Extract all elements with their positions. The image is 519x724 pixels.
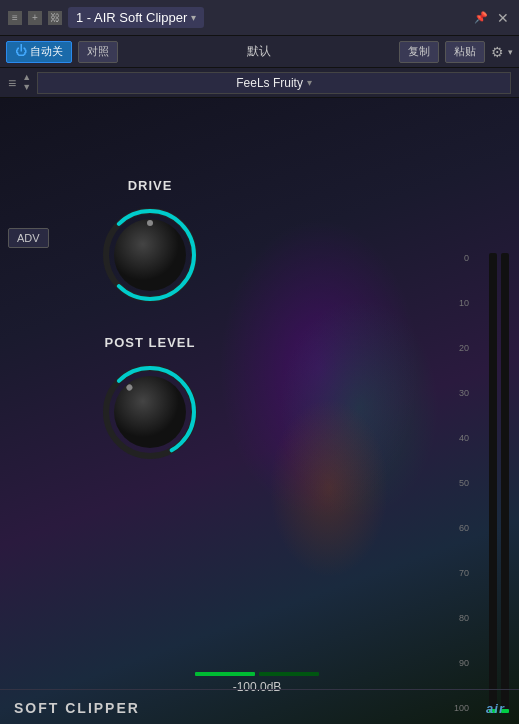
vu-tick-80: 80 [449, 613, 469, 623]
svg-point-2 [114, 219, 186, 291]
gear-arrow-icon: ▾ [508, 47, 513, 57]
post-level-knob-svg [100, 362, 200, 462]
vu-scale: 0 10 20 30 40 50 60 70 80 90 100 [449, 253, 469, 713]
vu-tick-40: 40 [449, 433, 469, 443]
level-bar-left [195, 672, 255, 676]
hamburger-icon[interactable]: ≡ [8, 75, 16, 91]
bg-blob-orange [269, 398, 389, 578]
controls-area: DRIVE [40, 128, 260, 492]
main-content: ADV DRIVE [0, 98, 519, 724]
vu-tick-0: 0 [449, 253, 469, 263]
link-button[interactable]: ⛓ [48, 11, 62, 25]
plugin-name: SOFT CLIPPER [14, 700, 140, 716]
drive-knob-svg [100, 205, 200, 305]
paste-label: 粘贴 [454, 45, 476, 57]
preset-dropdown[interactable]: FeeLs Fruity ▾ [37, 72, 511, 94]
title-bar-right: 📌 ✕ [473, 10, 511, 26]
title-bar-left: ≡ + ⛓ 1 - AIR Soft Clipper ▾ [8, 7, 204, 28]
pin-button[interactable]: 📌 [473, 10, 489, 26]
drive-knob[interactable] [100, 205, 200, 305]
svg-point-6 [114, 376, 186, 448]
post-level-section: POST LEVEL [40, 335, 260, 462]
title-text: 1 - AIR Soft Clipper [76, 10, 187, 25]
vu-tick-10: 10 [449, 298, 469, 308]
vu-tick-90: 90 [449, 658, 469, 668]
vu-tick-20: 20 [449, 343, 469, 353]
add-button[interactable]: + [28, 11, 42, 25]
close-button[interactable]: ✕ [495, 10, 511, 26]
dropdown-arrow-icon: ▾ [307, 77, 312, 88]
power-icon: ⏻ [15, 44, 27, 58]
gear-button[interactable]: ⚙ ▾ [491, 44, 513, 60]
post-level-knob[interactable] [100, 362, 200, 462]
compare-button[interactable]: 对照 [78, 41, 118, 63]
plugin-title[interactable]: 1 - AIR Soft Clipper ▾ [68, 7, 204, 28]
level-bars-row [195, 672, 319, 676]
title-chevron: ▾ [191, 12, 196, 23]
title-bar: ≡ + ⛓ 1 - AIR Soft Clipper ▾ 📌 ✕ [0, 0, 519, 36]
power-button[interactable]: ⏻ 自动关 [6, 41, 72, 63]
drive-label: DRIVE [40, 178, 260, 193]
bottom-separator [0, 689, 519, 690]
arrow-up-icon[interactable]: ▲ [22, 73, 31, 82]
post-level-knob-wrapper [40, 362, 260, 462]
toolbar1: ⏻ 自动关 对照 默认 复制 粘贴 ⚙ ▾ [0, 36, 519, 68]
preset-name: FeeLs Fruity [236, 76, 303, 90]
default-label: 默认 [124, 43, 393, 60]
adv-label: ADV [17, 232, 40, 244]
bg-blob-green [279, 298, 439, 518]
level-section: -100.0dB [50, 672, 464, 694]
arrow-down-icon[interactable]: ▼ [22, 83, 31, 92]
vu-meter-track [501, 253, 509, 713]
vu-tick-70: 70 [449, 568, 469, 578]
vu-meter-track2 [489, 253, 497, 713]
copy-label: 复制 [408, 45, 430, 57]
adv-button[interactable]: ADV [8, 228, 49, 248]
level-value: -100.0dB [233, 680, 282, 694]
gear-icon: ⚙ [491, 44, 504, 60]
power-label: 自动关 [30, 45, 63, 57]
copy-button[interactable]: 复制 [399, 41, 439, 63]
paste-button[interactable]: 粘贴 [445, 41, 485, 63]
vu-tick-60: 60 [449, 523, 469, 533]
post-level-label: POST LEVEL [40, 335, 260, 350]
svg-point-3 [147, 220, 153, 226]
drive-knob-wrapper [40, 205, 260, 305]
toolbar2: ≡ ▲ ▼ FeeLs Fruity ▾ [0, 68, 519, 98]
drive-section: DRIVE [40, 178, 260, 305]
vu-tick-50: 50 [449, 478, 469, 488]
vu-tick-100: 100 [449, 703, 469, 713]
air-brand: air [486, 701, 505, 716]
vu-tick-30: 30 [449, 388, 469, 398]
level-bar-right [259, 672, 319, 676]
menu-button[interactable]: ≡ [8, 11, 22, 25]
compare-label: 对照 [87, 45, 109, 57]
